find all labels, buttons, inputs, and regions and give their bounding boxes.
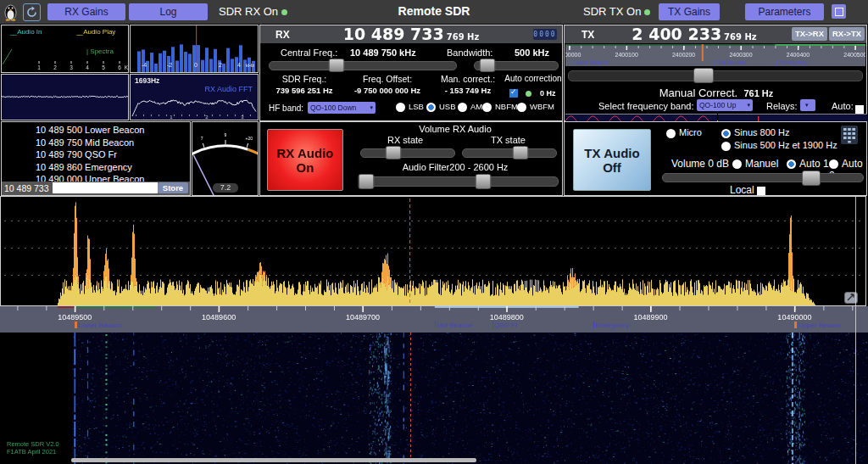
frequency-entry-row: 10 489 733 Store [2, 182, 190, 195]
sdr-freq-label: SDR Freq.: [264, 74, 345, 84]
tx-volume-slider-handle[interactable] [802, 171, 821, 186]
beacon-list-item[interactable]: 10 489 790 QSO Fr [2, 148, 190, 161]
tx-frequency-display: 2 400 233769 Hz [598, 25, 790, 46]
parameters-button[interactable]: Parameters [745, 3, 824, 20]
hf-band-label: HF band: [269, 103, 303, 113]
rx-state-slider-handle[interactable] [386, 146, 402, 159]
source-micro-radio[interactable]: Micro [666, 127, 702, 138]
freq-offset-label: Freq. Offset: [345, 74, 430, 84]
mode-usb-radio[interactable]: USB [426, 102, 456, 112]
beacon-list-item[interactable]: 10 489 750 Mid Beacon [2, 137, 190, 149]
rx-frequency-display: 10 489 733769 Hz [260, 25, 562, 46]
rx-on-indicator [281, 9, 287, 15]
tx-tune-slider-handle[interactable] [693, 68, 714, 83]
sdr-rx-status: SDR RX On [219, 5, 287, 18]
tx-gains-button[interactable]: TX Gains [659, 3, 720, 20]
tx-state-slider-track[interactable] [462, 148, 557, 158]
tx-on-indicator [644, 9, 650, 15]
audio-play-legend: __ Audio Play [76, 28, 115, 36]
beacon-marker-row: Lower BeaconMid BeaconQSO FrEmergencyUpp… [0, 321, 868, 333]
beacon-list-item[interactable]: 10 489 860 Emergency [2, 161, 190, 174]
tx-to-rx-button[interactable]: TX->RX [792, 27, 827, 41]
rx-audio-fft-label: RX Audio FFT [204, 85, 253, 93]
source-sinus800-radio[interactable]: Sinus 800 Hz [721, 127, 789, 138]
audio-filter-slider-track[interactable] [360, 176, 559, 187]
panorama-spectrum[interactable] [0, 196, 866, 306]
sdr-freq-value: 739 596 251 Hz [264, 86, 345, 95]
tx-state-label: TX state [491, 135, 526, 145]
rx-gains-button[interactable]: RX Gains [47, 3, 125, 20]
audio-waveform-panel [1, 74, 129, 120]
waterfall[interactable]: Remote SDR V2.0 F1ATB April 2021 [0, 333, 868, 464]
volume-mode-auto1-radio[interactable]: Auto 1 [787, 158, 829, 170]
tx-band-select[interactable]: QO-100 Up▾ [697, 99, 753, 111]
beacon-list: 10 489 500 Lower Beacon10 489 750 Mid Be… [2, 122, 190, 186]
rx-to-tx-button[interactable]: RX->TX [829, 27, 865, 41]
mode-lsb-radio[interactable]: LSB [396, 102, 424, 112]
spectra-legend: | Spectra [86, 48, 114, 55]
app-version-credit: Remote SDR V2.0 F1ATB April 2021 [7, 440, 59, 456]
auto-correction-label: Auto correction [504, 74, 562, 83]
fullscreen-icon[interactable] [832, 4, 846, 19]
bandwidth-value: 500 kHz [515, 48, 549, 58]
relays-label: Relays: [766, 101, 798, 111]
tux-penguin-icon [3, 3, 18, 25]
auto-correction-controls: 0 Hz [509, 85, 555, 100]
store-frequency-input[interactable] [53, 182, 158, 193]
mode-am-radio[interactable]: AM [458, 102, 482, 112]
beacon-marker-label: Lower Beacon [75, 321, 121, 329]
rx-audio-fft-panel: 1693Hz RX Audio FFT [130, 74, 259, 120]
local-checkbox[interactable] [757, 187, 765, 195]
frequency-axis[interactable]: Lower BeaconMid BeaconQSO FrEmergencyUpp… [0, 306, 868, 333]
log-button[interactable]: Log [129, 3, 208, 20]
auto-correction-value: 0 Hz [540, 89, 556, 98]
tx-tune-slider-track[interactable] [568, 70, 863, 81]
s-meter-value: 7.2 [213, 183, 238, 193]
central-freq-slider-handle[interactable] [328, 59, 344, 72]
tx-state-slider-handle[interactable] [513, 146, 529, 159]
tx-auto-checkbox[interactable] [855, 105, 864, 114]
central-freq-value: 10 489 750 kHz [350, 48, 416, 58]
auto-correction-checkbox[interactable] [509, 89, 518, 98]
bandwidth-slider-handle[interactable] [480, 59, 496, 72]
relays-select[interactable]: ▾ [800, 99, 815, 111]
dtmf-keypad-icon[interactable] [841, 126, 858, 148]
central-freq-slider-track[interactable] [269, 61, 457, 70]
tx-band-label: Select frequency band: [598, 101, 694, 111]
tx-volume-slider-track[interactable] [662, 173, 864, 182]
hf-band-select[interactable]: QO-100 Down▾ [308, 102, 376, 114]
audio-filter-low-handle[interactable] [359, 174, 375, 189]
memories-panel: 10 489 500 Lower Beacon10 489 750 Mid Be… [1, 121, 191, 196]
mode-wbfm-radio[interactable]: WBFM [517, 102, 554, 112]
bandwidth-label: Bandwidth: [447, 48, 492, 58]
central-freq-slider[interactable] [269, 61, 457, 70]
bandwidth-slider[interactable] [474, 61, 559, 70]
beacon-marker-label: QSO Fr [492, 321, 518, 329]
auto-correction-indicator [526, 91, 531, 97]
horizontal-scrollbar[interactable] [71, 458, 476, 462]
mode-nbfm-radio[interactable]: NBFM [482, 102, 518, 112]
frequency-counter[interactable]: 0000 [533, 29, 557, 40]
store-button[interactable]: Store [158, 182, 188, 193]
audio-filter-high-handle[interactable] [476, 174, 492, 189]
beacon-marker-label: Upper Beacon [794, 321, 841, 329]
refresh-icon[interactable] [23, 3, 41, 21]
tx-frequency-scale[interactable] [565, 44, 865, 66]
beacon-list-item[interactable]: 10 489 500 Lower Beacon [2, 124, 190, 137]
central-freq-label: Central Freq.: [281, 48, 337, 58]
audio-peak-frequency: 1693Hz [135, 76, 159, 85]
tx-panel: TX 2 400 233769 Hz TX->RX RX->TX Manual … [564, 25, 867, 121]
iq-spectrum-panel [130, 25, 259, 73]
rx-audio-toggle-button[interactable]: RX AudioOn [267, 129, 343, 191]
man-correct-value: - 153 749 Hz [431, 86, 504, 95]
tx-auto-label: Auto: [832, 101, 854, 111]
source-sinus500-1900-radio[interactable]: Sinus 500 Hz et 1900 Hz [721, 140, 837, 151]
audio-filter-label: Audio Filter200 - 2600 Hz [353, 162, 557, 172]
rx-state-label: RX state [387, 135, 423, 145]
tx-audio-toggle-button[interactable]: TX AudioOff [573, 129, 651, 191]
s-meter-panel: 7.2 [192, 121, 259, 196]
freq-offset-value: -9 750 000 000 Hz [345, 86, 430, 95]
rx-state-slider-track[interactable] [360, 148, 455, 158]
volume-mode-manuel-radio[interactable]: Manuel [732, 158, 778, 170]
rx-audio-panel: RX AudioOn Volume RX Audio RX state TX s… [259, 121, 563, 196]
